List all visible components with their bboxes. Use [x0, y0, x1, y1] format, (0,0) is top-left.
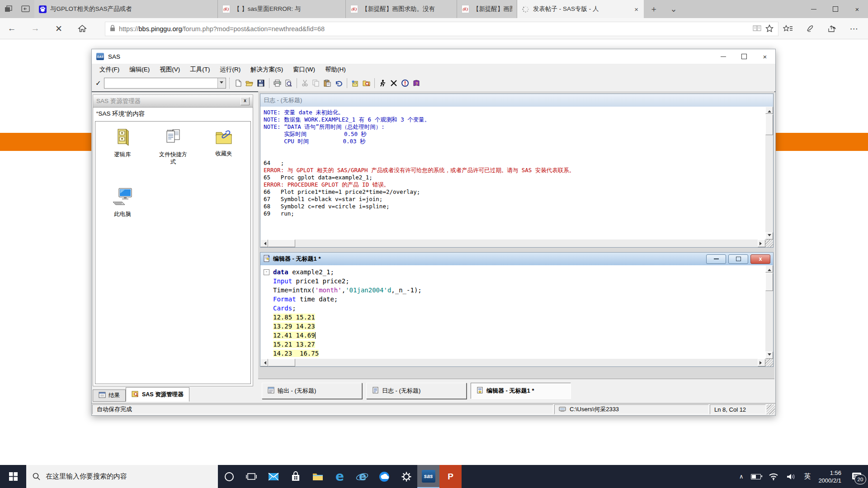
log-titlebar[interactable]: 日志 - (无标题)	[260, 94, 773, 107]
taskbar-search-box[interactable]: 在这里输入你要搜索的内容	[26, 465, 218, 488]
mail-icon[interactable]	[262, 465, 284, 488]
editor-minimize-button[interactable]	[706, 254, 726, 264]
task-view-icon[interactable]	[240, 465, 262, 488]
log-hscrollbar[interactable]	[260, 239, 765, 247]
help-icon[interactable]: ?	[411, 78, 422, 89]
code-fold-icon[interactable]: -	[264, 269, 269, 275]
browser-tab[interactable]: 与GPLOT相关的SAS产品或者	[34, 0, 218, 18]
editor-resize-grip[interactable]	[765, 359, 773, 366]
menu-item[interactable]: 文件(F)	[94, 66, 124, 74]
command-check-icon[interactable]: ✓	[95, 79, 101, 87]
edge-icon[interactable]: e	[329, 465, 351, 488]
explorer-item[interactable]: 文件快捷方式	[156, 128, 190, 188]
browser-close-button[interactable]: ×	[846, 0, 868, 18]
volume-icon[interactable]	[786, 473, 796, 481]
browser-tab[interactable]: (E)【新提醒】画图求助。没有	[346, 0, 457, 18]
editor-restore-button[interactable]	[728, 254, 748, 264]
explorer-titlebar[interactable]: SAS 资源管理器 x	[93, 94, 253, 108]
battery-icon[interactable]	[751, 474, 761, 479]
cortana-icon[interactable]	[218, 465, 240, 488]
home-icon[interactable]	[73, 18, 91, 39]
log-vscrollbar[interactable]	[765, 107, 773, 239]
browser-tab[interactable]: 发表帖子 - SAS专版 - 人×	[517, 0, 644, 18]
menu-item[interactable]: 视图(V)	[155, 66, 185, 74]
web-note-pen-icon[interactable]	[801, 18, 820, 39]
tab-preview-icon[interactable]	[17, 0, 34, 18]
netdisk-icon[interactable]	[373, 465, 395, 488]
browser-tab[interactable]: (E)【新提醒】画图求助。没有	[457, 0, 517, 18]
internet-explorer-icon[interactable]: e	[351, 465, 373, 488]
sas-close-button[interactable]: ×	[755, 49, 775, 64]
tab-list-dropdown-icon[interactable]: ⌄	[664, 0, 684, 18]
editor-vscrollbar[interactable]	[765, 265, 773, 359]
window-bar-log[interactable]: 日志 - (无标题)	[366, 383, 467, 399]
window-bar-output[interactable]: 输出 - (无标题)	[262, 383, 362, 399]
editor-close-button[interactable]: x	[750, 254, 770, 264]
sas-titlebar[interactable]: SAS SAS ×	[92, 49, 775, 64]
tray-expand-icon[interactable]: ∧	[739, 473, 744, 480]
print-preview-icon[interactable]	[283, 78, 294, 89]
break-icon[interactable]	[400, 78, 411, 89]
tab-close-icon[interactable]: ×	[633, 5, 639, 13]
wifi-icon[interactable]	[769, 473, 778, 480]
new-tab-button[interactable]: ＋	[644, 0, 664, 18]
explorer-item[interactable]: 收藏夹	[213, 128, 235, 188]
file-explorer-icon[interactable]	[307, 465, 329, 488]
sas-minimize-button[interactable]	[713, 49, 734, 64]
sas-maximize-button[interactable]	[734, 49, 755, 64]
cut-icon[interactable]	[299, 78, 311, 89]
status-resize-grip[interactable]	[767, 404, 775, 414]
menu-item[interactable]: 编辑(E)	[124, 66, 155, 74]
stop-icon[interactable]: ✕	[50, 18, 68, 39]
command-dropdown-icon[interactable]	[217, 78, 226, 88]
log-content[interactable]: NOTE: 变量 date 未初始化。NOTE: 数据集 WORK.EXAMPL…	[260, 107, 765, 239]
explorer-close-button[interactable]: x	[241, 97, 250, 105]
editor-titlebar[interactable]: 编辑器 - 无标题1 * x	[260, 253, 773, 266]
start-button[interactable]	[0, 465, 26, 488]
browser-minimize-button[interactable]	[803, 0, 825, 18]
explorer-item[interactable]: 逻辑库	[113, 128, 132, 188]
store-icon[interactable]	[284, 465, 307, 488]
explorer-icon[interactable]	[361, 78, 372, 89]
print-icon[interactable]	[272, 78, 283, 89]
editor-hscrollbar[interactable]	[260, 359, 765, 366]
clear-all-icon[interactable]	[388, 78, 400, 89]
browser-tab[interactable]: (E)【 】sas里面ERROR: 与	[218, 0, 346, 18]
url-field[interactable]: https://bbs.pinggu.org/forum.php?mod=pos…	[105, 22, 778, 36]
menu-item[interactable]: 窗口(W)	[288, 66, 320, 74]
open-file-icon[interactable]	[244, 78, 255, 89]
settings-gear-icon[interactable]	[395, 465, 417, 488]
share-icon[interactable]	[823, 18, 842, 39]
forward-icon[interactable]: →	[26, 18, 44, 39]
menu-item[interactable]: 运行(R)	[215, 66, 246, 74]
taskbar-powerpoint-app[interactable]: P	[439, 465, 462, 488]
browser-maximize-button[interactable]	[825, 0, 846, 18]
editor-content[interactable]: -data example2_1;Input price1 price2;Tim…	[260, 265, 765, 359]
ime-indicator[interactable]: 英	[804, 472, 811, 481]
undo-icon[interactable]	[333, 78, 344, 89]
save-icon[interactable]	[255, 78, 267, 89]
taskbar-clock[interactable]: 1:56 2000/2/1	[818, 469, 841, 484]
new-library-icon[interactable]	[349, 78, 361, 89]
back-icon[interactable]: ←	[3, 18, 21, 39]
add-favorite-star-icon[interactable]	[765, 24, 774, 34]
menu-item[interactable]: 帮助(H)	[320, 66, 351, 74]
taskbar-sas-app[interactable]: sas	[417, 465, 439, 488]
menu-item[interactable]: 工具(T)	[185, 66, 215, 74]
paste-icon[interactable]	[322, 78, 333, 89]
set-tabs-aside-icon[interactable]	[0, 0, 17, 18]
reading-view-icon[interactable]	[753, 25, 762, 33]
submit-icon[interactable]	[377, 78, 388, 89]
copy-icon[interactable]	[311, 78, 322, 89]
log-resize-grip[interactable]	[765, 239, 773, 247]
more-options-icon[interactable]: ⋯	[844, 18, 863, 39]
explorer-tab-结果[interactable]: 结果	[93, 389, 126, 402]
window-bar-editor[interactable]: 编辑器 - 无标题1 *	[471, 383, 571, 399]
action-center-icon[interactable]: 20	[849, 469, 864, 484]
command-box[interactable]	[104, 78, 226, 89]
menu-item[interactable]: 解决方案(S)	[245, 66, 288, 74]
explorer-item[interactable]: 此电脑	[111, 188, 134, 247]
explorer-tab-SAS 资源管理器[interactable]: SAS 资源管理器	[126, 387, 189, 402]
new-file-icon[interactable]	[233, 78, 244, 89]
hub-favorites-icon[interactable]	[778, 18, 797, 39]
